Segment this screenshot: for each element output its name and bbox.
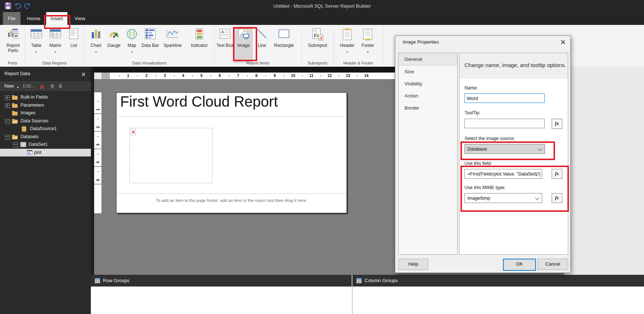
undo-icon[interactable] xyxy=(14,2,22,10)
tab-file[interactable]: File xyxy=(3,12,21,25)
ok-button[interactable]: OK xyxy=(503,259,536,271)
nav-action[interactable]: Action xyxy=(399,90,457,102)
group-report-items: Report Items xyxy=(214,60,301,66)
folder-icon xyxy=(12,103,18,108)
folder-icon xyxy=(12,95,18,100)
image-button[interactable]: Image xyxy=(234,26,253,63)
group-subreports: Subreports xyxy=(301,60,333,66)
tab-insert[interactable]: Insert xyxy=(46,12,67,25)
footer-button[interactable]: Footer xyxy=(358,26,378,63)
new-dropdown-caret[interactable] xyxy=(17,87,19,88)
move-down-icon[interactable] xyxy=(58,84,63,89)
ruler-tick xyxy=(266,75,266,77)
list-button[interactable]: List xyxy=(65,26,82,63)
ruler-tick xyxy=(97,154,99,154)
report-title-textbox[interactable]: First Word Cloud Report xyxy=(120,93,278,110)
tree-item-data-sources[interactable]: Data Sources xyxy=(0,117,91,125)
delete-icon[interactable] xyxy=(40,84,44,90)
expand-icon[interactable] xyxy=(5,103,10,108)
tab-view[interactable]: View xyxy=(70,12,89,25)
mime-combo[interactable]: image/bmp xyxy=(465,193,542,203)
header-button[interactable]: Header xyxy=(337,26,357,63)
tree-item-plot[interactable]: plot xyxy=(0,149,91,156)
ruler-tick xyxy=(357,75,358,77)
tooltip-label: ToolTip: xyxy=(465,110,480,115)
vertical-ruler: 12345 xyxy=(94,92,102,213)
groups-divider[interactable] xyxy=(352,275,352,287)
text-box-button[interactable]: A Text Box xyxy=(216,26,234,63)
dialog-close-icon[interactable] xyxy=(561,40,565,45)
rectangle-button[interactable]: Rectangle xyxy=(271,26,297,63)
move-up-icon[interactable] xyxy=(50,84,55,89)
chart-button[interactable]: Chart xyxy=(87,26,105,63)
group-data-visualizations: Data Visualizations xyxy=(84,60,214,66)
field-fx-button[interactable]: fx xyxy=(552,169,562,179)
chart-icon xyxy=(87,26,105,43)
tree-item-built-in-fields[interactable]: Built-in Fields xyxy=(0,93,91,101)
title-bar: Untitled - Microsoft SQL Server Report B… xyxy=(0,0,644,12)
header-dropdown-caret[interactable] xyxy=(346,52,348,53)
line-button[interactable]: Line xyxy=(254,26,270,63)
table-button[interactable]: Table xyxy=(27,26,45,63)
ruler-h-number: 5 xyxy=(199,73,204,78)
tree-item-dataset1[interactable]: DataSet1 xyxy=(0,141,91,148)
collapse-icon[interactable] xyxy=(5,119,10,124)
tree-item-images[interactable]: Images xyxy=(0,109,91,117)
chart-dropdown-caret[interactable] xyxy=(95,52,97,53)
ruler-tick xyxy=(229,75,229,77)
collapse-icon[interactable] xyxy=(13,143,18,147)
help-button[interactable]: Help xyxy=(398,259,428,270)
report-data-panel: Report Data New Edit... Built-in Fields … xyxy=(0,67,91,314)
collapse-icon[interactable] xyxy=(5,135,10,140)
matrix-button[interactable]: Matrix xyxy=(46,26,64,63)
group-data-regions: Data Regions xyxy=(25,60,84,66)
field-combo[interactable]: =First(Fields!plot.Value, "DataSet1") xyxy=(465,169,542,179)
panel-close-icon[interactable] xyxy=(81,71,86,78)
report-parts-button[interactable]: Report Parts xyxy=(3,26,23,63)
image-source-select[interactable]: Database xyxy=(465,144,545,154)
report-page: First Word Cloud Report To add an item t… xyxy=(116,92,347,213)
map-button[interactable]: Map xyxy=(123,26,140,63)
edit-button[interactable]: Edit... xyxy=(23,81,35,91)
subreport-button[interactable]: Subreport xyxy=(304,26,331,63)
footer-dropdown-caret[interactable] xyxy=(367,52,369,53)
ruler-h-number: 4 xyxy=(180,73,186,78)
ruler-tick xyxy=(97,136,99,137)
grouping-pane-body xyxy=(91,287,644,314)
indicator-button[interactable]: Indicator xyxy=(188,26,211,63)
database-icon xyxy=(21,126,27,132)
image-properties-dialog: Image Properties General Size Visibility… xyxy=(395,36,571,273)
name-input[interactable] xyxy=(465,93,545,103)
ruler-h-number: 2 xyxy=(144,73,149,78)
folder-open-icon xyxy=(12,134,18,140)
sparkline-button[interactable]: Sparkline xyxy=(161,26,184,63)
save-icon[interactable] xyxy=(4,2,12,10)
data-bar-button[interactable]: Data Bar xyxy=(141,26,159,63)
tree-item-parameters[interactable]: Parameters xyxy=(0,101,91,109)
tree-item-datasource1[interactable]: DataSource1 xyxy=(0,125,91,133)
page-footer-hint: To add an item to the page footer: add a… xyxy=(116,198,347,203)
tree-item-datasets[interactable]: Datasets xyxy=(0,133,91,141)
ruler-tick xyxy=(137,75,138,77)
mime-fx-button[interactable]: fx xyxy=(552,193,562,203)
ruler-tick xyxy=(247,75,248,77)
nav-border[interactable]: Border xyxy=(399,102,457,114)
table-dropdown-caret[interactable] xyxy=(35,52,37,53)
redo-icon[interactable] xyxy=(23,2,31,10)
nav-general[interactable]: General xyxy=(399,53,457,66)
nav-visibility[interactable]: Visibility xyxy=(399,78,457,90)
text-box-icon: A xyxy=(216,26,234,43)
ruler-tick xyxy=(119,75,119,77)
gauge-button[interactable]: Gauge xyxy=(105,26,123,63)
nav-size[interactable]: Size xyxy=(399,66,457,78)
ruler-h-number: 7 xyxy=(235,73,241,78)
tooltip-input[interactable] xyxy=(465,119,545,128)
tooltip-fx-button[interactable]: fx xyxy=(552,119,562,129)
tab-home[interactable]: Home xyxy=(23,12,44,25)
matrix-dropdown-caret[interactable] xyxy=(54,52,56,53)
map-dropdown-caret[interactable] xyxy=(131,52,133,53)
cancel-button[interactable]: Cancel xyxy=(537,259,568,270)
image-placeholder[interactable] xyxy=(129,128,212,183)
new-button[interactable]: New xyxy=(4,81,14,91)
expand-icon[interactable] xyxy=(5,95,10,100)
